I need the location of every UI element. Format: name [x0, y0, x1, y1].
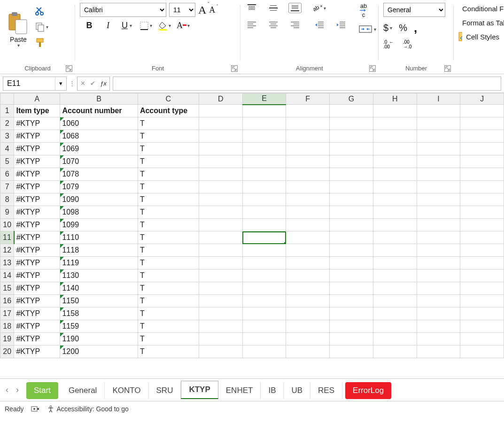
cell-E8[interactable] — [242, 193, 286, 206]
cell-I9[interactable] — [417, 206, 460, 219]
cell-G6[interactable] — [330, 168, 373, 181]
cell-D16[interactable] — [199, 295, 242, 308]
cell-C16[interactable]: T — [138, 295, 199, 308]
cell-D13[interactable] — [199, 257, 242, 269]
clipboard-launcher[interactable] — [66, 65, 72, 72]
cell-H17[interactable] — [373, 308, 417, 320]
cell-A15[interactable]: #KTYP — [14, 282, 60, 295]
row-header-7[interactable]: 7 — [0, 181, 14, 193]
cell-F4[interactable] — [286, 143, 330, 155]
row-header-17[interactable]: 17 — [0, 308, 14, 320]
cell-H8[interactable] — [373, 193, 417, 206]
cell-D12[interactable] — [199, 244, 242, 257]
cell-F14[interactable] — [286, 269, 330, 282]
font-color-button[interactable]: A ▾ — [177, 21, 190, 31]
cell-A19[interactable]: #KTYP — [14, 333, 60, 346]
cell-A17[interactable]: #KTYP — [14, 308, 60, 320]
cell-F7[interactable] — [286, 181, 330, 193]
increase-decimal-button[interactable]: .0←.00 — [383, 39, 396, 48]
cell-A14[interactable]: #KTYP — [14, 269, 60, 282]
alignment-launcher[interactable] — [369, 65, 376, 72]
cell-A16[interactable]: #KTYP — [14, 295, 60, 308]
confirm-edit-button[interactable]: ✔ — [90, 80, 95, 87]
cell-E3[interactable] — [242, 130, 286, 143]
cell-J17[interactable] — [460, 308, 504, 320]
increase-indent-button[interactable] — [334, 20, 348, 30]
cell-G3[interactable] — [330, 130, 373, 143]
cell-B4[interactable]: 1069 — [60, 143, 138, 155]
cell-G9[interactable] — [330, 206, 373, 219]
row-header-14[interactable]: 14 — [0, 269, 14, 282]
cell-J4[interactable] — [460, 143, 504, 155]
cell-F8[interactable] — [286, 193, 330, 206]
cell-G18[interactable] — [330, 320, 373, 333]
column-header-D[interactable]: D — [199, 93, 242, 105]
cell-E16[interactable] — [242, 295, 286, 308]
percent-format-button[interactable]: % — [399, 23, 407, 33]
cell-E11[interactable] — [242, 231, 286, 244]
cell-H6[interactable] — [373, 168, 417, 181]
cell-B6[interactable]: 1078 — [60, 168, 138, 181]
column-header-C[interactable]: C — [138, 93, 199, 105]
cell-F12[interactable] — [286, 244, 330, 257]
cell-I15[interactable] — [417, 282, 460, 295]
number-launcher[interactable] — [444, 65, 451, 72]
cell-D1[interactable] — [199, 105, 242, 117]
cell-A5[interactable]: #KTYP — [14, 155, 60, 168]
cell-I5[interactable] — [417, 155, 460, 168]
cell-C10[interactable]: T — [138, 219, 199, 231]
cell-D9[interactable] — [199, 206, 242, 219]
cell-E20[interactable] — [242, 346, 286, 358]
align-bottom-button[interactable] — [288, 3, 302, 13]
font-launcher[interactable] — [231, 65, 238, 72]
sheet-tab-ib[interactable]: IB — [261, 382, 284, 399]
cell-C12[interactable]: T — [138, 244, 199, 257]
cell-F18[interactable] — [286, 320, 330, 333]
cell-A18[interactable]: #KTYP — [14, 320, 60, 333]
cell-G1[interactable] — [330, 105, 373, 117]
cell-B16[interactable]: 1150 — [60, 295, 138, 308]
cell-H12[interactable] — [373, 244, 417, 257]
cut-button[interactable] — [35, 5, 48, 17]
column-header-F[interactable]: F — [286, 93, 330, 105]
cell-H1[interactable] — [373, 105, 417, 117]
cell-I2[interactable] — [417, 117, 460, 130]
cell-E7[interactable] — [242, 181, 286, 193]
accounting-format-button[interactable]: $▾ — [383, 23, 392, 33]
macro-record-icon[interactable] — [31, 405, 39, 413]
cell-H16[interactable] — [373, 295, 417, 308]
cell-G5[interactable] — [330, 155, 373, 168]
cell-A4[interactable]: #KTYP — [14, 143, 60, 155]
cell-C20[interactable]: T — [138, 346, 199, 358]
cell-F19[interactable] — [286, 333, 330, 346]
cell-A6[interactable]: #KTYP — [14, 168, 60, 181]
cell-J16[interactable] — [460, 295, 504, 308]
cell-A9[interactable]: #KTYP — [14, 206, 60, 219]
cell-B11[interactable]: 1110 — [60, 231, 138, 244]
cell-G7[interactable] — [330, 181, 373, 193]
row-header-1[interactable]: 1 — [0, 105, 14, 117]
cell-B15[interactable]: 1140 — [60, 282, 138, 295]
column-header-J[interactable]: J — [460, 93, 504, 105]
cell-B1[interactable]: Account number — [60, 105, 138, 117]
cell-J14[interactable] — [460, 269, 504, 282]
cell-B19[interactable]: 1190 — [60, 333, 138, 346]
cell-I18[interactable] — [417, 320, 460, 333]
cell-E2[interactable] — [242, 117, 286, 130]
accessibility-status[interactable]: Accessibility: Good to go — [47, 405, 128, 413]
fx-button[interactable]: ƒx — [100, 80, 107, 87]
cell-I20[interactable] — [417, 346, 460, 358]
cell-J1[interactable] — [460, 105, 504, 117]
copy-button[interactable]: ▾ — [35, 21, 48, 33]
select-all-corner[interactable] — [0, 93, 14, 105]
cell-J11[interactable] — [460, 231, 504, 244]
cell-D3[interactable] — [199, 130, 242, 143]
cell-F20[interactable] — [286, 346, 330, 358]
cell-D8[interactable] — [199, 193, 242, 206]
row-header-8[interactable]: 8 — [0, 193, 14, 206]
cell-D7[interactable] — [199, 181, 242, 193]
sheet-tab-general[interactable]: General — [61, 382, 105, 399]
decrease-indent-button[interactable] — [313, 20, 326, 30]
row-header-5[interactable]: 5 — [0, 155, 14, 168]
cell-J9[interactable] — [460, 206, 504, 219]
